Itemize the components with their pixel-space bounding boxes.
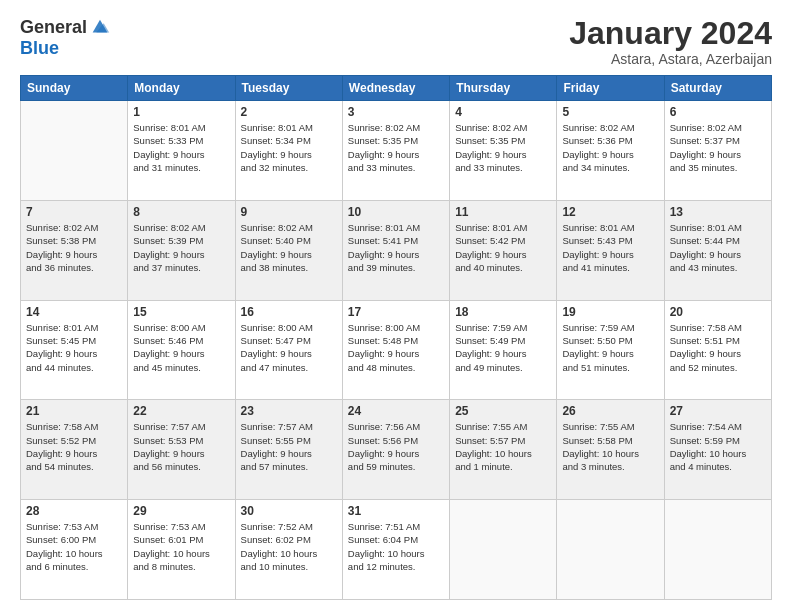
- day-info: Sunrise: 8:00 AM Sunset: 5:47 PM Dayligh…: [241, 321, 337, 374]
- day-number: 24: [348, 404, 444, 418]
- day-number: 11: [455, 205, 551, 219]
- day-info: Sunrise: 7:59 AM Sunset: 5:50 PM Dayligh…: [562, 321, 658, 374]
- calendar-cell: 1Sunrise: 8:01 AM Sunset: 5:33 PM Daylig…: [128, 101, 235, 201]
- day-number: 2: [241, 105, 337, 119]
- calendar-cell: 8Sunrise: 8:02 AM Sunset: 5:39 PM Daylig…: [128, 200, 235, 300]
- day-number: 22: [133, 404, 229, 418]
- calendar-header-wednesday: Wednesday: [342, 76, 449, 101]
- day-info: Sunrise: 7:56 AM Sunset: 5:56 PM Dayligh…: [348, 420, 444, 473]
- calendar-cell: 28Sunrise: 7:53 AM Sunset: 6:00 PM Dayli…: [21, 500, 128, 600]
- day-number: 9: [241, 205, 337, 219]
- day-number: 27: [670, 404, 766, 418]
- day-info: Sunrise: 7:59 AM Sunset: 5:49 PM Dayligh…: [455, 321, 551, 374]
- day-info: Sunrise: 8:00 AM Sunset: 5:48 PM Dayligh…: [348, 321, 444, 374]
- day-info: Sunrise: 8:02 AM Sunset: 5:36 PM Dayligh…: [562, 121, 658, 174]
- day-number: 17: [348, 305, 444, 319]
- day-number: 19: [562, 305, 658, 319]
- calendar-header-saturday: Saturday: [664, 76, 771, 101]
- day-info: Sunrise: 8:02 AM Sunset: 5:38 PM Dayligh…: [26, 221, 122, 274]
- day-info: Sunrise: 7:57 AM Sunset: 5:55 PM Dayligh…: [241, 420, 337, 473]
- day-info: Sunrise: 8:01 AM Sunset: 5:41 PM Dayligh…: [348, 221, 444, 274]
- day-number: 29: [133, 504, 229, 518]
- day-number: 4: [455, 105, 551, 119]
- calendar-cell: 7Sunrise: 8:02 AM Sunset: 5:38 PM Daylig…: [21, 200, 128, 300]
- day-info: Sunrise: 8:02 AM Sunset: 5:35 PM Dayligh…: [348, 121, 444, 174]
- day-number: 16: [241, 305, 337, 319]
- day-info: Sunrise: 8:01 AM Sunset: 5:45 PM Dayligh…: [26, 321, 122, 374]
- day-info: Sunrise: 7:53 AM Sunset: 6:01 PM Dayligh…: [133, 520, 229, 573]
- day-number: 5: [562, 105, 658, 119]
- calendar-cell: 24Sunrise: 7:56 AM Sunset: 5:56 PM Dayli…: [342, 400, 449, 500]
- calendar-cell: 27Sunrise: 7:54 AM Sunset: 5:59 PM Dayli…: [664, 400, 771, 500]
- day-number: 1: [133, 105, 229, 119]
- day-number: 28: [26, 504, 122, 518]
- day-info: Sunrise: 8:01 AM Sunset: 5:43 PM Dayligh…: [562, 221, 658, 274]
- day-number: 25: [455, 404, 551, 418]
- calendar-cell: [450, 500, 557, 600]
- calendar-cell: 22Sunrise: 7:57 AM Sunset: 5:53 PM Dayli…: [128, 400, 235, 500]
- calendar-cell: 10Sunrise: 8:01 AM Sunset: 5:41 PM Dayli…: [342, 200, 449, 300]
- month-title: January 2024: [569, 16, 772, 51]
- calendar-table: SundayMondayTuesdayWednesdayThursdayFrid…: [20, 75, 772, 600]
- logo-general: General: [20, 17, 87, 38]
- page: General Blue January 2024 Astara, Astara…: [0, 0, 792, 612]
- logo-text: General: [20, 16, 111, 38]
- day-number: 14: [26, 305, 122, 319]
- calendar-cell: 11Sunrise: 8:01 AM Sunset: 5:42 PM Dayli…: [450, 200, 557, 300]
- calendar-cell: 18Sunrise: 7:59 AM Sunset: 5:49 PM Dayli…: [450, 300, 557, 400]
- day-info: Sunrise: 8:01 AM Sunset: 5:33 PM Dayligh…: [133, 121, 229, 174]
- calendar-header-monday: Monday: [128, 76, 235, 101]
- logo-blue: Blue: [20, 38, 59, 59]
- calendar-week-row: 21Sunrise: 7:58 AM Sunset: 5:52 PM Dayli…: [21, 400, 772, 500]
- day-number: 31: [348, 504, 444, 518]
- calendar-header-friday: Friday: [557, 76, 664, 101]
- calendar-cell: 31Sunrise: 7:51 AM Sunset: 6:04 PM Dayli…: [342, 500, 449, 600]
- calendar-cell: 23Sunrise: 7:57 AM Sunset: 5:55 PM Dayli…: [235, 400, 342, 500]
- calendar-cell: [21, 101, 128, 201]
- day-info: Sunrise: 8:02 AM Sunset: 5:40 PM Dayligh…: [241, 221, 337, 274]
- calendar-cell: [557, 500, 664, 600]
- day-number: 18: [455, 305, 551, 319]
- day-info: Sunrise: 7:53 AM Sunset: 6:00 PM Dayligh…: [26, 520, 122, 573]
- calendar-cell: 21Sunrise: 7:58 AM Sunset: 5:52 PM Dayli…: [21, 400, 128, 500]
- calendar-cell: 20Sunrise: 7:58 AM Sunset: 5:51 PM Dayli…: [664, 300, 771, 400]
- header: General Blue January 2024 Astara, Astara…: [20, 16, 772, 67]
- day-info: Sunrise: 7:51 AM Sunset: 6:04 PM Dayligh…: [348, 520, 444, 573]
- calendar-cell: 6Sunrise: 8:02 AM Sunset: 5:37 PM Daylig…: [664, 101, 771, 201]
- calendar-cell: 15Sunrise: 8:00 AM Sunset: 5:46 PM Dayli…: [128, 300, 235, 400]
- calendar-cell: 9Sunrise: 8:02 AM Sunset: 5:40 PM Daylig…: [235, 200, 342, 300]
- day-number: 3: [348, 105, 444, 119]
- calendar-week-row: 14Sunrise: 8:01 AM Sunset: 5:45 PM Dayli…: [21, 300, 772, 400]
- calendar-cell: 26Sunrise: 7:55 AM Sunset: 5:58 PM Dayli…: [557, 400, 664, 500]
- calendar-header-row: SundayMondayTuesdayWednesdayThursdayFrid…: [21, 76, 772, 101]
- day-info: Sunrise: 7:58 AM Sunset: 5:52 PM Dayligh…: [26, 420, 122, 473]
- calendar-cell: 30Sunrise: 7:52 AM Sunset: 6:02 PM Dayli…: [235, 500, 342, 600]
- day-info: Sunrise: 7:55 AM Sunset: 5:58 PM Dayligh…: [562, 420, 658, 473]
- day-info: Sunrise: 8:02 AM Sunset: 5:37 PM Dayligh…: [670, 121, 766, 174]
- calendar-week-row: 1Sunrise: 8:01 AM Sunset: 5:33 PM Daylig…: [21, 101, 772, 201]
- calendar-cell: 17Sunrise: 8:00 AM Sunset: 5:48 PM Dayli…: [342, 300, 449, 400]
- day-number: 30: [241, 504, 337, 518]
- calendar-cell: 14Sunrise: 8:01 AM Sunset: 5:45 PM Dayli…: [21, 300, 128, 400]
- day-info: Sunrise: 8:01 AM Sunset: 5:42 PM Dayligh…: [455, 221, 551, 274]
- day-number: 10: [348, 205, 444, 219]
- logo: General Blue: [20, 16, 111, 59]
- day-info: Sunrise: 7:57 AM Sunset: 5:53 PM Dayligh…: [133, 420, 229, 473]
- calendar-header-tuesday: Tuesday: [235, 76, 342, 101]
- day-number: 12: [562, 205, 658, 219]
- day-info: Sunrise: 8:02 AM Sunset: 5:39 PM Dayligh…: [133, 221, 229, 274]
- calendar-cell: 2Sunrise: 8:01 AM Sunset: 5:34 PM Daylig…: [235, 101, 342, 201]
- calendar-cell: 29Sunrise: 7:53 AM Sunset: 6:01 PM Dayli…: [128, 500, 235, 600]
- day-info: Sunrise: 8:02 AM Sunset: 5:35 PM Dayligh…: [455, 121, 551, 174]
- calendar-cell: 19Sunrise: 7:59 AM Sunset: 5:50 PM Dayli…: [557, 300, 664, 400]
- calendar-cell: 13Sunrise: 8:01 AM Sunset: 5:44 PM Dayli…: [664, 200, 771, 300]
- day-number: 23: [241, 404, 337, 418]
- day-info: Sunrise: 8:01 AM Sunset: 5:44 PM Dayligh…: [670, 221, 766, 274]
- location: Astara, Astara, Azerbaijan: [569, 51, 772, 67]
- day-info: Sunrise: 7:52 AM Sunset: 6:02 PM Dayligh…: [241, 520, 337, 573]
- day-info: Sunrise: 8:01 AM Sunset: 5:34 PM Dayligh…: [241, 121, 337, 174]
- calendar-cell: 16Sunrise: 8:00 AM Sunset: 5:47 PM Dayli…: [235, 300, 342, 400]
- calendar-week-row: 28Sunrise: 7:53 AM Sunset: 6:00 PM Dayli…: [21, 500, 772, 600]
- day-number: 7: [26, 205, 122, 219]
- calendar-cell: 25Sunrise: 7:55 AM Sunset: 5:57 PM Dayli…: [450, 400, 557, 500]
